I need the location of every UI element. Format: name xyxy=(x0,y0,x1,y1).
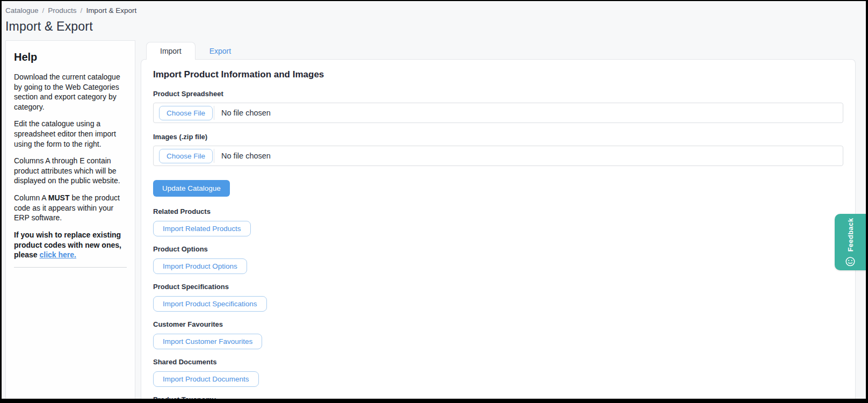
tab-export[interactable]: Export xyxy=(196,42,245,59)
help-title: Help xyxy=(14,51,127,63)
file-status-text: No file chosen xyxy=(221,152,271,160)
help-paragraph: Columns A through E contain product attr… xyxy=(14,156,127,186)
content-area: Help Download the current catalogue by g… xyxy=(5,40,866,399)
import-product-documents-button[interactable]: Import Product Documents xyxy=(153,371,259,387)
import-product-specifications-button[interactable]: Import Product Specifications xyxy=(153,296,267,312)
shared-documents-label: Shared Documents xyxy=(153,358,843,366)
help-paragraph: Column A MUST be the product code as it … xyxy=(14,193,127,223)
customer-favourites-label: Customer Favourites xyxy=(153,320,843,328)
help-paragraph-replace-codes: If you wish to replace existing product … xyxy=(14,230,127,260)
help-bold-must: MUST xyxy=(48,193,70,202)
product-spreadsheet-label: Product Spreadsheet xyxy=(153,90,843,98)
product-spreadsheet-field: Product Spreadsheet Choose File No file … xyxy=(153,90,843,123)
product-taxonomy-label: Product Taxonomy xyxy=(153,395,843,403)
product-taxonomy-section: Product Taxonomy Import Product Taxonomy xyxy=(153,395,843,403)
breadcrumb-import-export: Import & Export xyxy=(86,6,136,15)
shared-documents-section: Shared Documents Import Product Document… xyxy=(153,358,843,387)
feedback-label: Feedback xyxy=(847,218,855,251)
product-spreadsheet-file-input[interactable]: Choose File No file chosen xyxy=(153,103,843,123)
help-divider xyxy=(14,267,127,268)
import-related-products-button[interactable]: Import Related Products xyxy=(153,221,251,236)
related-products-section: Related Products Import Related Products xyxy=(153,207,843,236)
related-products-label: Related Products xyxy=(153,207,843,215)
images-zip-field: Images (.zip file) Choose File No file c… xyxy=(153,133,843,166)
breadcrumb-products[interactable]: Products xyxy=(48,6,76,15)
smiley-icon xyxy=(845,256,856,267)
help-paragraph: Edit the catalogue using a spreadsheet e… xyxy=(14,119,127,149)
file-input-divider xyxy=(214,149,214,163)
file-status-text: No file chosen xyxy=(221,109,271,117)
help-panel: Help Download the current catalogue by g… xyxy=(5,40,135,399)
feedback-tab[interactable]: Feedback xyxy=(835,214,866,270)
images-zip-label: Images (.zip file) xyxy=(153,133,843,141)
page-title: Import & Export xyxy=(5,19,136,34)
customer-favourites-section: Customer Favourites Import Customer Favo… xyxy=(153,320,843,349)
file-input-divider xyxy=(214,106,214,120)
tab-bar: Import Export xyxy=(146,42,856,59)
breadcrumb-separator: / xyxy=(81,6,83,15)
import-product-options-button[interactable]: Import Product Options xyxy=(153,258,247,274)
breadcrumb: Catalogue / Products / Import & Export xyxy=(5,6,136,15)
screenshot-frame: Catalogue / Products / Import & Export I… xyxy=(0,0,868,403)
product-options-label: Product Options xyxy=(153,245,843,253)
import-tab-panel: Import Product Information and Images Pr… xyxy=(141,59,856,403)
breadcrumb-catalogue[interactable]: Catalogue xyxy=(5,6,39,15)
tab-import[interactable]: Import xyxy=(146,42,196,60)
product-specifications-section: Product Specifications Import Product Sp… xyxy=(153,283,843,312)
product-options-section: Product Options Import Product Options xyxy=(153,245,843,274)
click-here-link[interactable]: click here. xyxy=(39,250,76,259)
choose-file-button[interactable]: Choose File xyxy=(159,149,213,163)
breadcrumb-separator: / xyxy=(42,6,45,15)
panel-heading: Import Product Information and Images xyxy=(153,69,843,80)
product-specifications-label: Product Specifications xyxy=(153,283,843,291)
help-paragraph: Download the current catalogue by going … xyxy=(14,72,127,112)
page-header: Catalogue / Products / Import & Export I… xyxy=(5,6,136,34)
update-catalogue-button[interactable]: Update Catalogue xyxy=(153,180,230,197)
choose-file-button[interactable]: Choose File xyxy=(159,106,213,120)
images-zip-file-input[interactable]: Choose File No file chosen xyxy=(153,146,843,166)
main-panel: Import Export Import Product Information… xyxy=(141,40,856,399)
import-customer-favourites-button[interactable]: Import Customer Favourites xyxy=(153,334,262,349)
